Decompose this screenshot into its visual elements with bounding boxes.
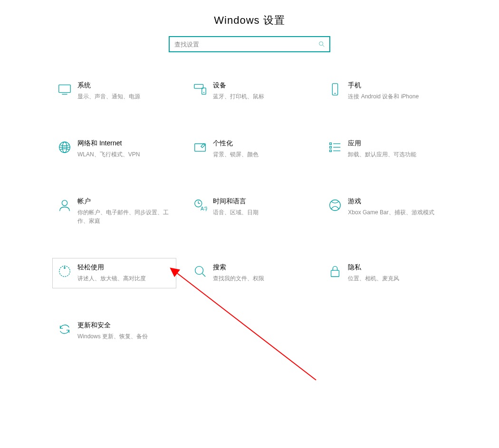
tile-desc: Windows 更新、恢复、备份 [77, 332, 170, 341]
svg-line-27 [202, 274, 205, 277]
tile-devices[interactable]: 设备 蓝牙、打印机、鼠标 [188, 76, 312, 106]
tile-desc: 卸载、默认应用、可选功能 [348, 150, 441, 159]
tile-desc: 蓝牙、打印机、鼠标 [213, 92, 306, 101]
tile-apps[interactable]: 应用 卸载、默认应用、可选功能 [323, 134, 447, 164]
time-lang-icon: A字 [192, 197, 213, 212]
tile-title: 隐私 [348, 263, 441, 272]
svg-rect-14 [330, 146, 332, 148]
search-icon [318, 40, 326, 48]
tile-title: 轻松使用 [77, 263, 170, 272]
tile-title: 手机 [348, 81, 441, 90]
tile-desc: 显示、声音、通知、电源 [77, 92, 170, 101]
tile-time-language[interactable]: A字 时间和语言 语音、区域、日期 [188, 192, 312, 230]
svg-rect-2 [59, 85, 70, 93]
svg-point-6 [203, 92, 204, 93]
tile-search[interactable]: 搜索 查找我的文件、权限 [188, 258, 312, 288]
tile-title: 帐户 [77, 197, 170, 206]
lock-icon [327, 263, 348, 278]
tile-desc: 语音、区域、日期 [213, 208, 306, 217]
tile-title: 游戏 [348, 197, 441, 206]
tile-ease-of-access[interactable]: 轻松使用 讲述人、放大镜、高对比度 [52, 258, 176, 288]
tile-gaming[interactable]: 游戏 Xbox Game Bar、捕获、游戏模式 [323, 192, 447, 230]
svg-point-26 [195, 267, 203, 275]
paint-icon [192, 139, 213, 154]
tile-desc: 讲述人、放大镜、高对比度 [77, 274, 170, 283]
display-icon [57, 81, 77, 96]
svg-rect-15 [330, 150, 332, 152]
svg-rect-13 [330, 143, 332, 145]
tile-title: 更新和安全 [77, 321, 170, 330]
tile-personalization[interactable]: 个性化 背景、锁屏、颜色 [188, 134, 312, 164]
tile-title: 搜索 [213, 263, 306, 272]
tile-title: 系统 [77, 81, 170, 90]
tile-title: 应用 [348, 139, 441, 148]
globe-icon [57, 139, 77, 154]
tile-system[interactable]: 系统 显示、声音、通知、电源 [52, 76, 176, 106]
xbox-icon [327, 197, 348, 212]
svg-line-1 [323, 45, 324, 47]
sync-icon [57, 321, 77, 336]
svg-rect-5 [202, 88, 205, 94]
tile-network[interactable]: 网络和 Internet WLAN、飞行模式、VPN [52, 134, 176, 164]
settings-grid: 系统 显示、声音、通知、电源 设备 蓝牙、打印机、鼠标 手机 连接 Androi… [52, 76, 447, 346]
ease-of-access-icon [57, 263, 77, 278]
devices-icon [192, 81, 213, 96]
tile-title: 个性化 [213, 139, 306, 148]
svg-text:A字: A字 [201, 206, 207, 211]
tile-phone[interactable]: 手机 连接 Android 设备和 iPhone [323, 76, 447, 106]
page-title: Windows 设置 [0, 0, 499, 36]
tile-desc: 位置、相机、麦克风 [348, 274, 441, 283]
tile-title: 网络和 Internet [77, 139, 170, 148]
search-box[interactable] [169, 36, 330, 52]
tile-desc: 查找我的文件、权限 [213, 274, 306, 283]
tile-title: 时间和语言 [213, 197, 306, 206]
magnifier-icon [192, 263, 213, 278]
tile-desc: Xbox Game Bar、捕获、游戏模式 [348, 208, 441, 217]
tile-title: 设备 [213, 81, 306, 90]
svg-point-19 [62, 200, 67, 206]
tile-update-security[interactable]: 更新和安全 Windows 更新、恢复、备份 [52, 316, 176, 346]
svg-rect-12 [194, 144, 205, 152]
tile-accounts[interactable]: 帐户 你的帐户、电子邮件、同步设置、工作、家庭 [52, 192, 176, 230]
tile-desc: 你的帐户、电子邮件、同步设置、工作、家庭 [77, 208, 170, 225]
tile-privacy[interactable]: 隐私 位置、相机、麦克风 [323, 258, 447, 288]
svg-rect-28 [331, 270, 339, 276]
tile-desc: WLAN、飞行模式、VPN [77, 150, 170, 159]
phone-icon [327, 81, 348, 96]
person-icon [57, 197, 77, 212]
search-container [0, 36, 499, 52]
search-input[interactable] [174, 41, 318, 48]
tile-desc: 连接 Android 设备和 iPhone [348, 92, 441, 101]
apps-icon [327, 139, 348, 154]
svg-point-0 [319, 42, 323, 46]
tile-desc: 背景、锁屏、颜色 [213, 150, 306, 159]
